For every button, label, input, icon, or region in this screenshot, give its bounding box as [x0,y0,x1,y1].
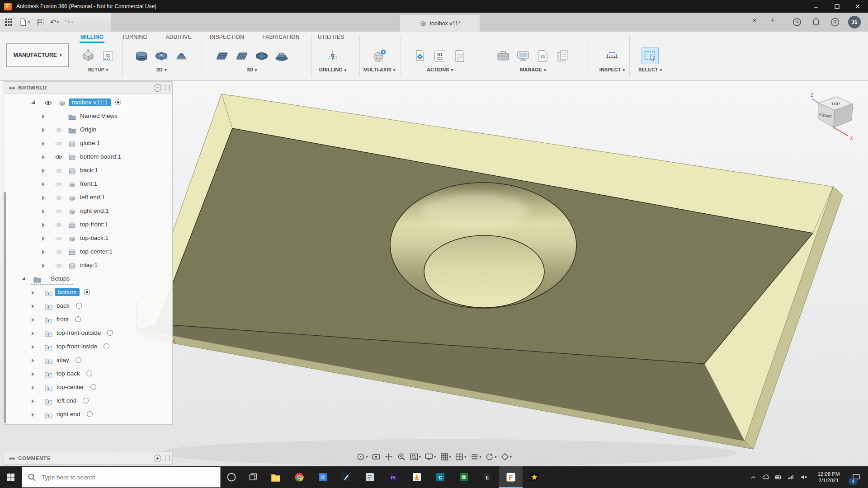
ribbon-group-label-manage[interactable]: MANAGE ▾ [488,67,578,72]
layout-rows-button[interactable]: ▾ [469,450,483,464]
taskbar-app-media-player[interactable] [405,466,429,488]
tree-node-label[interactable]: top-back [55,370,82,377]
tree-expand-arrow-icon[interactable] [32,318,34,322]
undo-button[interactable]: ↶▾ [49,16,61,28]
setup-marker-icon[interactable] [87,411,93,417]
browser-tree-row[interactable]: top-front-inside [4,340,170,354]
taskbar-app-e-app[interactable]: E [476,466,499,488]
browser-tree-row[interactable]: top-front:1 [4,218,170,232]
tree-expand-arrow-icon[interactable] [42,114,45,119]
browser-drag-grip[interactable] [165,84,170,91]
adaptive-3d-icon[interactable] [214,48,230,64]
help-icon[interactable]: ? [830,13,840,32]
tree-expand-arrow-icon[interactable] [32,304,34,309]
ribbon-tab-milling[interactable]: MILLING [80,32,104,43]
tree-node-label[interactable]: Origin [78,126,98,133]
setup-marker-icon[interactable] [75,316,81,322]
setup-marker-icon[interactable] [86,371,92,376]
search-input[interactable] [41,474,205,481]
view-cube[interactable]: TOP FRONT Z X [808,89,862,145]
save-button[interactable] [34,16,46,28]
visibility-eye-icon[interactable] [55,249,62,256]
tree-expand-arrow-icon[interactable] [42,209,45,214]
maximize-button[interactable] [826,0,847,13]
browser-tree-row[interactable]: bottom board:1 [4,150,170,164]
visibility-eye-icon[interactable] [55,141,62,148]
tree-expand-arrow-icon[interactable] [32,358,34,363]
tree-node-label[interactable]: top-center [55,383,86,391]
nc-program-icon[interactable]: G [535,48,551,64]
tree-node-label[interactable]: top-front:1 [78,221,110,228]
tree-expand-arrow-icon[interactable] [31,100,35,104]
taskbar-app-blue-app[interactable] [311,466,335,488]
tree-expand-arrow-icon[interactable] [32,385,34,390]
viewports-button[interactable]: ▾ [453,450,468,464]
notifications-bell-icon[interactable] [811,13,821,32]
browser-root-row[interactable]: toolbox v11:1 [4,96,170,110]
tree-node-label[interactable]: globe:1 [78,139,102,147]
taskbar-app-star-app[interactable] [523,466,546,488]
file-menu-button[interactable]: ▾ [17,16,32,28]
look-at-button[interactable] [370,450,382,464]
taskbar-app-notes-app[interactable] [358,466,382,488]
task-view-button[interactable] [242,466,264,488]
tree-expand-arrow-icon[interactable] [32,291,34,295]
tree-node-label[interactable]: right end [55,410,82,418]
tree-expand-arrow-icon[interactable] [32,345,34,349]
browser-tree-row[interactable]: top-front-outside [4,327,170,340]
hole-bottom[interactable] [424,235,544,308]
visibility-eye-icon[interactable] [55,182,62,188]
workpiece-model[interactable] [138,94,843,466]
comments-collapse-icon[interactable]: ◀◀ [9,456,14,460]
tree-node-label[interactable]: Named Views [78,112,119,120]
tree-expand-arrow-icon[interactable] [42,128,45,132]
tray-volume-muted-icon[interactable] [797,468,810,486]
visibility-eye-icon[interactable] [55,236,62,243]
tree-node-label[interactable]: right end:1 [78,207,111,215]
tree-node-label[interactable]: inlay [55,356,71,364]
cortana-button[interactable] [221,466,242,488]
tree-node-label[interactable]: left end:1 [78,193,107,201]
grid-and-snaps-button[interactable]: ▾ [438,450,453,464]
g1g2-simulate-icon[interactable]: G1G2 [432,48,448,64]
ribbon-tab-inspection[interactable]: INSPECTION [209,32,245,43]
browser-tree-row[interactable]: right end:1 [4,205,170,218]
tree-expand-arrow-icon[interactable] [42,182,45,187]
setup-marker-icon[interactable] [76,303,82,309]
tree-node-label[interactable]: Setups [49,275,71,282]
active-setup-marker-icon[interactable] [84,289,90,295]
action-center-button[interactable]: 4 [847,466,865,488]
tree-expand-arrow-icon[interactable] [42,223,45,227]
browser-collapse-icon[interactable]: ◀◀ [9,86,14,90]
fit-button[interactable]: ▾ [408,450,422,464]
tree-expand-arrow-icon[interactable] [22,277,25,280]
visibility-eye-icon[interactable] [55,263,62,270]
ribbon-tab-additive[interactable]: ADDITIVE [165,32,193,43]
comments-plus-icon[interactable]: + [154,455,161,462]
tool-library-icon[interactable] [495,48,511,64]
visual-style-button[interactable]: ▾ [499,450,514,464]
app-grid-icon[interactable] [3,16,14,28]
comments-drag-grip[interactable] [165,455,170,461]
pocket-3d-icon[interactable] [254,48,270,64]
browser-tree-row[interactable]: right end [4,408,170,422]
browser-tree-row[interactable]: Named Views [4,110,170,123]
ribbon-group-label-actions[interactable]: ACTIONS ▾ [406,67,474,72]
browser-tree-row[interactable]: bottom [4,286,170,300]
browser-tree-row[interactable]: front [4,313,170,327]
visibility-eye-icon[interactable] [55,222,62,229]
browser-scrollbar[interactable] [4,192,6,423]
measure-icon[interactable] [604,48,620,64]
tree-node-label[interactable]: left end [55,397,78,404]
visibility-eye-icon[interactable] [55,168,62,175]
browser-tree-row[interactable]: Origin [4,123,170,137]
visibility-eye-icon[interactable] [55,127,62,134]
ribbon-tab-utilities[interactable]: UTILITIES [317,32,345,43]
browser-tree-row[interactable]: top-center:1 [4,245,170,259]
document-tab[interactable]: toolbox v11* [400,14,480,32]
visibility-eye-icon[interactable] [45,100,52,107]
setup-marker-icon[interactable] [75,357,81,363]
browser-tree-row[interactable]: globe:1 [4,137,170,150]
user-avatar[interactable]: JS [848,16,861,28]
browser-tree-row[interactable]: top-back:1 [4,232,170,245]
